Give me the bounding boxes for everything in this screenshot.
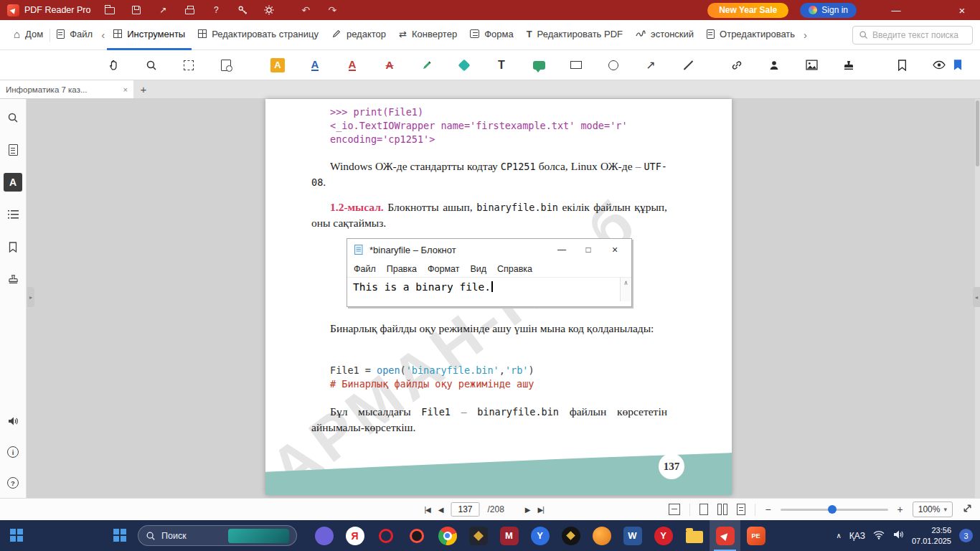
close-tab-button[interactable]: × — [123, 85, 128, 94]
network-indicator[interactable] — [873, 529, 885, 542]
taskbar-app-explorer[interactable] — [679, 520, 710, 551]
rectangle-tool-button[interactable] — [567, 56, 585, 75]
two-page-view-button[interactable] — [717, 504, 727, 515]
pen-tool-button[interactable] — [418, 56, 436, 75]
bookmark-tool-button[interactable] — [892, 56, 911, 75]
language-indicator[interactable]: ҚАЗ — [849, 531, 865, 541]
taskbar-app-game-orange[interactable] — [586, 520, 617, 551]
menu-converter[interactable]: ⇄Конвертер — [392, 20, 463, 50]
page-number-input[interactable] — [451, 502, 480, 517]
last-page-button[interactable]: ▶| — [538, 506, 544, 514]
collapse-right-handle[interactable]: ◂ — [973, 287, 980, 307]
start-button[interactable] — [10, 529, 23, 542]
menu-edit-pdf[interactable]: TРедактировать PDF — [520, 20, 629, 50]
pinned-windows-app[interactable] — [113, 529, 126, 542]
zoom-out-button[interactable]: − — [765, 504, 771, 515]
scrollbar-thumb[interactable] — [976, 100, 979, 166]
link-tool-button[interactable] — [727, 56, 746, 75]
undo-button[interactable]: ↶ — [299, 4, 312, 17]
help-button[interactable]: ? — [209, 4, 222, 17]
zoom-slider-handle[interactable] — [828, 505, 837, 514]
document-tab[interactable]: Информатика 7 каз... × — [0, 80, 133, 98]
search-input[interactable] — [872, 30, 958, 40]
fit-width-button[interactable] — [669, 504, 680, 515]
new-year-sale-button[interactable]: New Year Sale — [707, 3, 788, 18]
menu-scroll-left[interactable]: ‹ — [99, 29, 107, 41]
taskbar-app-opera-gx[interactable] — [401, 520, 432, 551]
taskbar-app-game-gold[interactable] — [555, 520, 586, 551]
sidebar-reader-button[interactable]: A — [4, 173, 22, 192]
zoom-slider[interactable] — [781, 509, 888, 511]
underline-tool-button[interactable]: A — [306, 56, 324, 75]
menu-redact[interactable]: Отредактировать — [700, 20, 801, 50]
search-box[interactable] — [852, 26, 973, 44]
ellipse-tool-button[interactable] — [604, 56, 623, 75]
taskbar-app-word[interactable]: W — [617, 520, 648, 551]
sidebar-thumbnails-button[interactable] — [4, 141, 22, 159]
menu-scroll-right[interactable]: › — [801, 29, 809, 41]
zoom-in-button[interactable]: + — [897, 504, 903, 515]
open-file-button[interactable] — [103, 4, 116, 17]
taskbar-app-mail[interactable]: М — [494, 520, 524, 551]
share-button[interactable]: ↗ — [156, 4, 169, 17]
next-page-button[interactable]: ▶ — [525, 506, 530, 514]
tray-expand-button[interactable]: ∧ — [837, 532, 842, 540]
arrow-tool-button[interactable]: ↗ — [641, 56, 660, 75]
sidebar-outline-button[interactable] — [4, 205, 22, 224]
activate-key-button[interactable] — [236, 4, 249, 17]
menu-estonian[interactable]: эстонский — [629, 20, 700, 50]
taskbar-app-chrome[interactable] — [432, 520, 463, 551]
sidebar-search-button[interactable] — [4, 108, 22, 127]
comment-tool-button[interactable] — [529, 56, 548, 75]
menu-file[interactable]: Файл — [50, 20, 99, 50]
print-button[interactable] — [183, 4, 196, 17]
previous-page-button[interactable]: ◀ — [438, 506, 443, 514]
single-page-view-button[interactable] — [699, 504, 708, 515]
sign-in-button[interactable]: Sign in — [800, 3, 857, 18]
signature-tool-button[interactable] — [765, 56, 783, 75]
settings-button[interactable] — [263, 4, 275, 17]
zoom-select-button[interactable] — [142, 56, 161, 75]
taskbar-app-pdf-reader-pro[interactable] — [710, 520, 740, 551]
underline-red-tool-button[interactable]: A — [343, 56, 362, 75]
taskbar-clock[interactable]: 23:56 07.01.2025 — [912, 525, 951, 547]
hand-tool-button[interactable] — [105, 56, 123, 75]
help-button-sidebar[interactable]: ? — [4, 474, 22, 492]
redo-button[interactable]: ↷ — [326, 4, 339, 17]
info-button[interactable]: i — [4, 443, 22, 461]
first-page-button[interactable]: |◀ — [425, 506, 430, 514]
save-button[interactable] — [130, 4, 143, 17]
notification-badge[interactable]: 3 — [959, 529, 973, 542]
taskbar-app-y-blue[interactable]: Y — [524, 520, 555, 551]
expand-sidebar-handle[interactable]: ▸ — [27, 287, 34, 307]
highlight-tool-button[interactable]: A — [268, 56, 287, 75]
line-tool-button[interactable] — [679, 56, 697, 75]
minimize-window-button[interactable]: — — [885, 5, 907, 16]
menu-edit-page[interactable]: Редактировать страницу — [192, 20, 325, 50]
taskbar-app-pdf-editor[interactable]: PE — [740, 520, 771, 551]
volume-indicator[interactable] — [892, 529, 904, 542]
menu-form[interactable]: Форма — [463, 20, 520, 50]
sidebar-stamps-button[interactable] — [4, 270, 22, 288]
taskbar-search[interactable]: Поиск — [138, 525, 297, 546]
close-window-button[interactable]: × — [951, 4, 973, 17]
sidebar-bookmarks-button[interactable] — [4, 237, 22, 256]
read-aloud-button[interactable] — [4, 412, 22, 430]
stamp-tool-button[interactable] — [839, 56, 858, 75]
zoom-level-select[interactable]: 100%▾ — [913, 501, 953, 517]
page-search-button[interactable] — [217, 56, 235, 75]
menu-home[interactable]: ⌂Дом — [7, 20, 50, 50]
preview-button[interactable] — [930, 56, 948, 75]
marquee-select-button[interactable] — [179, 56, 198, 75]
eraser-tool-button[interactable] — [455, 56, 473, 75]
menu-tools[interactable]: Инструменты — [107, 20, 192, 50]
fullscreen-button[interactable] — [962, 503, 973, 517]
strikeout-tool-button[interactable]: A — [380, 56, 399, 75]
taskbar-app-opera[interactable] — [370, 520, 401, 551]
new-tab-button[interactable]: + — [133, 80, 154, 98]
upgrade-flag-button[interactable] — [948, 56, 967, 75]
image-tool-button[interactable] — [802, 56, 821, 75]
continuous-view-button[interactable] — [737, 504, 745, 515]
taskbar-app-messenger[interactable] — [308, 520, 339, 551]
taskbar-app-yandex-red[interactable]: Y — [648, 520, 679, 551]
